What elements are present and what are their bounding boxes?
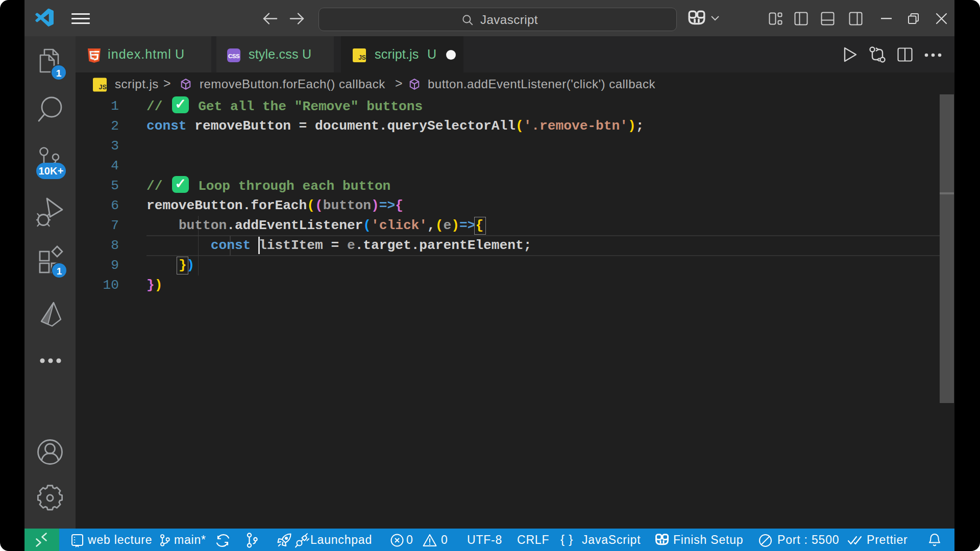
svg-text:JS: JS	[358, 54, 366, 61]
svg-text:CSS: CSS	[228, 53, 240, 59]
svg-text:JS: JS	[99, 84, 107, 91]
